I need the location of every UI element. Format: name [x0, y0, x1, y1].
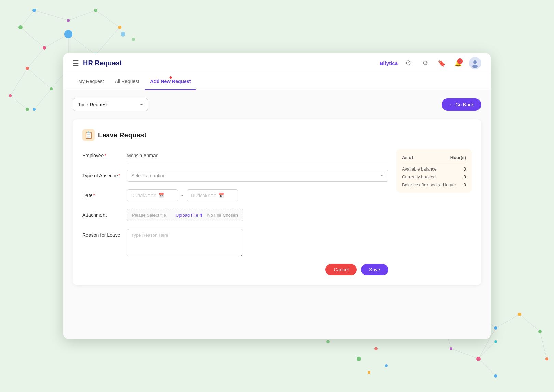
svg-point-22	[94, 9, 97, 12]
cancel-button[interactable]: Cancel	[325, 264, 357, 275]
svg-line-3	[21, 10, 34, 27]
svg-line-43	[519, 314, 540, 332]
bookmark-icon[interactable]: 🔖	[436, 58, 447, 69]
absence-required: *	[119, 173, 120, 178]
reason-textarea[interactable]	[127, 229, 243, 256]
svg-point-55	[538, 330, 542, 333]
tab-my-request[interactable]: My Request	[73, 73, 109, 90]
date-label: Date*	[82, 189, 127, 198]
reason-label: Reason for Leave	[82, 229, 127, 238]
active-tab-dot	[169, 76, 172, 79]
svg-point-30	[26, 108, 29, 111]
leave-request-card: 📋 Leave Request Employee* Mohsin Ahmad	[73, 119, 481, 285]
attachment-row: Attachment Please Select file Upload Fil…	[82, 209, 388, 221]
date-separator: -	[181, 192, 183, 199]
balance-available: Available balance 0	[402, 166, 466, 172]
employee-value-wrap: Mohsin Ahmad	[127, 149, 388, 162]
balance-card: As of Hour(s) Available balance 0 Curren…	[396, 149, 472, 193]
svg-point-56	[545, 357, 548, 360]
svg-point-57	[494, 374, 497, 378]
svg-point-60	[374, 347, 378, 350]
tab-all-request[interactable]: All Request	[109, 73, 145, 90]
balance-card-wrap: As of Hour(s) Available balance 0 Curren…	[396, 149, 472, 275]
svg-line-6	[96, 10, 120, 27]
notification-badge: 1	[457, 58, 463, 64]
header-actions: Bilytica ⏱ ⚙ 🔖 🔔 1	[380, 57, 481, 69]
action-buttons: Cancel Save	[82, 264, 388, 275]
date-row: Date* DD/MM/YYY 📅 - DD/MM/YYY	[82, 189, 388, 201]
svg-point-53	[476, 357, 481, 361]
app-window: ☰ HR Request Bilytica ⏱ ⚙ 🔖 🔔 1 My Reque…	[63, 53, 491, 339]
svg-line-44	[540, 332, 547, 359]
balance-booked: Currently booked 0	[402, 174, 466, 179]
attachment-box: Please Select file Upload File ⬆ No File…	[127, 209, 243, 221]
svg-point-31	[33, 108, 36, 111]
brand-label: Bilytica	[380, 60, 398, 66]
reason-row: Reason for Leave	[82, 229, 388, 256]
svg-point-66	[472, 65, 478, 68]
svg-point-21	[64, 30, 72, 38]
svg-point-54	[494, 340, 497, 343]
employee-row: Employee* Mohsin Ahmad	[82, 149, 388, 162]
svg-point-18	[32, 9, 36, 12]
svg-point-29	[9, 94, 12, 97]
svg-point-59	[357, 357, 361, 361]
employee-required: *	[104, 153, 106, 158]
notification-icon[interactable]: 🔔 1	[452, 58, 463, 69]
svg-point-65	[473, 60, 477, 64]
upload-button[interactable]: Upload File ⬆	[176, 213, 203, 218]
balance-after: Balance after booked leave 0	[402, 182, 466, 187]
svg-line-1	[44, 34, 68, 48]
date-to-input[interactable]: DD/MM/YYY 📅	[187, 189, 238, 201]
date-inputs: DD/MM/YYY 📅 - DD/MM/YYY 📅	[127, 189, 388, 201]
svg-point-23	[118, 26, 121, 29]
svg-point-61	[385, 364, 388, 367]
svg-line-5	[68, 10, 96, 21]
svg-point-17	[18, 25, 23, 29]
svg-line-14	[10, 68, 27, 96]
svg-point-52	[450, 347, 452, 350]
absence-type-row: Type of Absence* Select an option	[82, 170, 388, 182]
menu-icon[interactable]: ☰	[73, 59, 79, 67]
svg-point-26	[26, 67, 29, 70]
date-required: *	[93, 193, 95, 198]
app-title: HR Request	[83, 59, 380, 67]
content-area: Time Request Leave Request Other Request…	[63, 90, 491, 339]
svg-line-16	[34, 89, 51, 109]
absence-type-wrap: Select an option	[127, 170, 388, 182]
svg-point-33	[121, 32, 125, 37]
card-icon: 📋	[82, 129, 95, 141]
type-select[interactable]: Time Request Leave Request Other Request	[73, 98, 148, 111]
svg-line-4	[34, 10, 68, 21]
absence-type-label: Type of Absence*	[82, 170, 127, 178]
tab-add-new-request[interactable]: Add New Request	[145, 73, 196, 90]
svg-line-7	[96, 27, 120, 55]
svg-point-63	[326, 340, 330, 343]
svg-point-50	[494, 326, 497, 330]
form-left: Employee* Mohsin Ahmad Type of Absence*	[82, 149, 388, 275]
date-wrap: DD/MM/YYY 📅 - DD/MM/YYY 📅	[127, 189, 388, 201]
gear-icon[interactable]: ⚙	[420, 58, 431, 69]
save-button[interactable]: Save	[361, 264, 388, 275]
svg-point-20	[67, 19, 70, 22]
attachment-label: Attachment	[82, 209, 127, 218]
svg-line-0	[21, 27, 44, 48]
employee-label: Employee*	[82, 149, 127, 158]
nav-tabs: My Request All Request Add New Request	[63, 73, 491, 90]
absence-type-select[interactable]: Select an option	[127, 170, 388, 182]
svg-point-51	[518, 313, 521, 316]
go-back-button[interactable]: ← Go Back	[442, 98, 481, 111]
svg-line-15	[10, 96, 27, 109]
svg-point-62	[368, 371, 370, 374]
svg-line-38	[496, 314, 519, 328]
svg-point-34	[132, 38, 135, 41]
clock-icon[interactable]: ⏱	[403, 58, 414, 69]
form-area: Employee* Mohsin Ahmad Type of Absence*	[82, 149, 472, 275]
employee-value: Mohsin Ahmad	[127, 149, 388, 162]
svg-line-8	[27, 48, 44, 68]
no-file-text: No File Chosen	[207, 213, 238, 218]
calendar-icon-to: 📅	[218, 193, 224, 198]
date-from-input[interactable]: DD/MM/YYY 📅	[127, 189, 178, 201]
calendar-icon-from: 📅	[159, 193, 164, 198]
avatar[interactable]	[469, 57, 481, 69]
